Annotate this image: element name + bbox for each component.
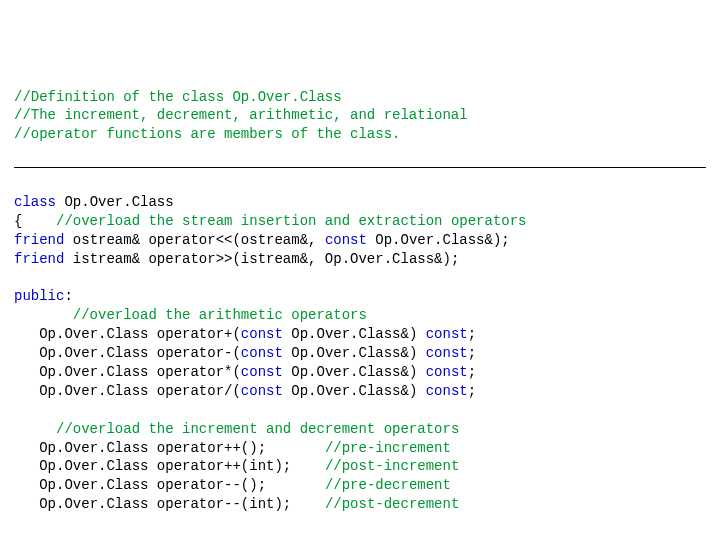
keyword-const: const	[241, 383, 283, 399]
return-type: Op.Over.Class	[39, 326, 148, 342]
pad	[291, 458, 325, 474]
code-text: Op.Over.Class&);	[367, 232, 510, 248]
pad	[266, 440, 325, 456]
keyword-const: const	[241, 326, 283, 342]
keyword-const: const	[426, 345, 468, 361]
return-type: Op.Over.Class	[39, 496, 148, 512]
code-block: //Definition of the class Op.Over.Class …	[14, 88, 706, 145]
comment-line: //overload the stream insertion and extr…	[56, 213, 526, 229]
comment-line: //The increment, decrement, arithmetic, …	[14, 107, 468, 123]
return-type: Op.Over.Class	[39, 440, 148, 456]
comment-inline: //post-decrement	[325, 496, 459, 512]
colon: :	[64, 288, 72, 304]
keyword-const: const	[426, 383, 468, 399]
keyword-class: class	[14, 194, 56, 210]
code-text: Op.Over.Class&)	[283, 345, 426, 361]
keyword-const: const	[241, 364, 283, 380]
comment-line: //operator functions are members of the …	[14, 126, 400, 142]
operator-decl: operator++(int);	[157, 458, 291, 474]
semicolon: ;	[468, 364, 476, 380]
keyword-const: const	[241, 345, 283, 361]
keyword-const: const	[426, 364, 468, 380]
semicolon: ;	[468, 383, 476, 399]
code-text: ostream& operator<<(ostream&,	[64, 232, 324, 248]
semicolon: ;	[468, 326, 476, 342]
divider-line	[14, 167, 706, 168]
return-type: Op.Over.Class	[39, 364, 148, 380]
class-name: Op.Over.Class	[64, 194, 173, 210]
open-brace: {	[14, 213, 22, 229]
keyword-const: const	[325, 232, 367, 248]
comment-line: //overload the increment and decrement o…	[56, 421, 459, 437]
semicolon: ;	[468, 345, 476, 361]
code-text: Op.Over.Class&)	[283, 326, 426, 342]
return-type: Op.Over.Class	[39, 383, 148, 399]
code-text: Op.Over.Class&)	[283, 383, 426, 399]
operator-decl: operator*(	[157, 364, 241, 380]
keyword-public: public	[14, 288, 64, 304]
keyword-friend: friend	[14, 232, 64, 248]
keyword-const: const	[426, 326, 468, 342]
comment-inline: //pre-increment	[325, 440, 451, 456]
return-type: Op.Over.Class	[39, 458, 148, 474]
operator-decl: operator-(	[157, 345, 241, 361]
comment-inline: //post-increment	[325, 458, 459, 474]
comment-inline: //pre-decrement	[325, 477, 451, 493]
comment-line: //overload the arithmetic operators	[73, 307, 367, 323]
code-text: istream& operator>>(istream&, Op.Over.Cl…	[64, 251, 459, 267]
return-type: Op.Over.Class	[39, 345, 148, 361]
keyword-friend: friend	[14, 251, 64, 267]
return-type: Op.Over.Class	[39, 477, 148, 493]
operator-decl: operator++();	[157, 440, 266, 456]
operator-decl: operator+(	[157, 326, 241, 342]
pad	[266, 477, 325, 493]
operator-decl: operator/(	[157, 383, 241, 399]
code-block: class Op.Over.Class { //overload the str…	[14, 193, 706, 514]
operator-decl: operator--(int);	[157, 496, 291, 512]
comment-line: //Definition of the class Op.Over.Class	[14, 89, 342, 105]
code-text: Op.Over.Class&)	[283, 364, 426, 380]
operator-decl: operator--();	[157, 477, 266, 493]
pad	[291, 496, 325, 512]
